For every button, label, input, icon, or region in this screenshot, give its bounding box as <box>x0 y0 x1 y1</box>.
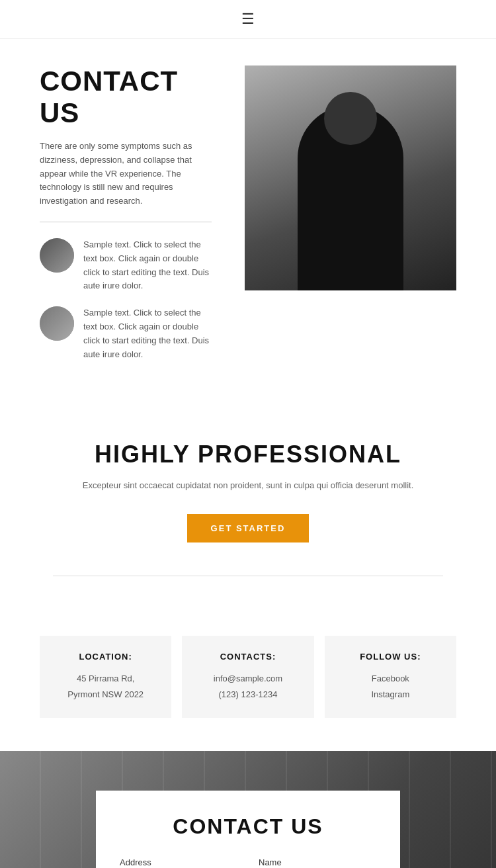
professional-title: HIGHLY PROFESSIONAL <box>53 441 443 468</box>
menu-icon[interactable]: ☰ <box>241 11 255 28</box>
form-group-name: Name <box>259 857 387 868</box>
form-row-address-name: Address Name <box>120 857 376 868</box>
info-card-contacts-content: info@sample.com (123) 123-1234 <box>195 671 300 702</box>
hero-left: CONTACT US There are only some symptoms … <box>40 65 225 374</box>
hero-description: There are only some symptoms such as diz… <box>40 140 212 208</box>
avatar-image-1 <box>40 238 74 273</box>
professional-divider <box>53 576 443 576</box>
address-label: Address <box>120 857 248 867</box>
info-section: LOCATION: 45 Pirrama Rd, Pyrmont NSW 202… <box>0 616 496 751</box>
name-label: Name <box>259 857 387 867</box>
info-card-location: LOCATION: 45 Pirrama Rd, Pyrmont NSW 202… <box>40 636 171 718</box>
contact-section: CONTACT US Address Name Phone Date <box>0 751 496 868</box>
hero-right <box>245 65 456 374</box>
contact-text-2: Sample text. Click to select the text bo… <box>83 306 212 361</box>
form-group-address: Address <box>120 857 248 868</box>
info-card-contacts: CONTACTS: info@sample.com (123) 123-1234 <box>182 636 313 718</box>
info-card-location-title: LOCATION: <box>53 652 158 662</box>
contact-item-1: Sample text. Click to select the text bo… <box>40 238 212 293</box>
header: ☰ <box>0 0 496 39</box>
contact-form-title: CONTACT US <box>120 814 376 839</box>
hero-title: CONTACT US <box>40 65 212 129</box>
hero-section: CONTACT US There are only some symptoms … <box>0 39 496 401</box>
contact-text-1: Sample text. Click to select the text bo… <box>83 238 212 293</box>
avatar-1 <box>40 238 74 273</box>
professional-desc: Excepteur sint occaecat cupidatat non pr… <box>53 479 443 493</box>
contact-form-wrapper: CONTACT US Address Name Phone Date <box>96 791 400 868</box>
info-card-location-content: 45 Pirrama Rd, Pyrmont NSW 2022 <box>53 671 158 702</box>
hero-image <box>245 65 456 290</box>
info-card-follow-content: Facebook Instagram <box>338 671 443 702</box>
avatar-2 <box>40 306 74 341</box>
avatar-image-2 <box>40 306 74 341</box>
info-card-follow: FOLLOW US: Facebook Instagram <box>325 636 456 718</box>
hero-divider <box>40 222 212 222</box>
professional-section: HIGHLY PROFESSIONAL Excepteur sint occae… <box>0 401 496 616</box>
contact-item-2: Sample text. Click to select the text bo… <box>40 306 212 361</box>
info-card-contacts-title: CONTACTS: <box>195 652 300 662</box>
get-started-button[interactable]: GET STARTED <box>187 514 310 542</box>
info-card-follow-title: FOLLOW US: <box>338 652 443 662</box>
